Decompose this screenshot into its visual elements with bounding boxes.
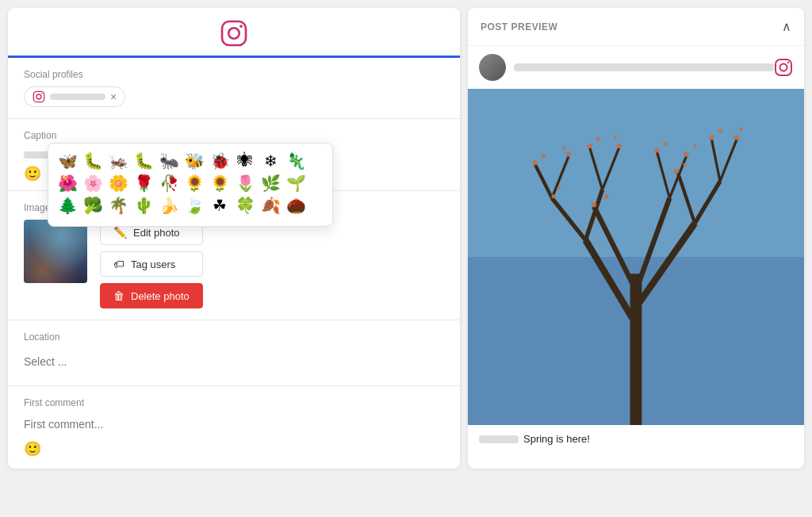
preview-title: POST PREVIEW (481, 21, 557, 33)
ig-small-icon (33, 90, 45, 103)
emoji-spider[interactable]: 🕷 (234, 151, 256, 170)
photo-actions: ✏️ Edit photo 🏷 Tag users 🗑 Delete photo (100, 220, 203, 308)
emoji-cherry-blossom[interactable]: 🌸 (82, 174, 104, 193)
svg-point-30 (566, 152, 571, 157)
svg-point-43 (739, 128, 742, 131)
emoji-tree[interactable]: 🌲 (56, 196, 79, 215)
preview-profile-row (468, 46, 804, 89)
svg-point-36 (654, 147, 659, 152)
emoji-picker-button[interactable]: 🙂 (24, 165, 41, 182)
preview-avatar (479, 54, 506, 81)
svg-point-33 (596, 137, 600, 141)
emoji-broccoli[interactable]: 🥦 (82, 196, 104, 215)
caption-label: Caption (24, 130, 444, 141)
preview-header: POST PREVIEW ∧ (468, 8, 804, 46)
svg-point-39 (693, 144, 696, 147)
svg-point-8 (787, 62, 789, 63)
svg-point-2 (239, 25, 243, 28)
emoji-chestnut[interactable]: 🌰 (285, 196, 307, 215)
emoji-cricket[interactable]: 🦗 (107, 151, 129, 170)
svg-point-38 (684, 152, 688, 157)
trash-icon: 🗑 (113, 289, 124, 302)
delete-photo-label: Delete photo (131, 290, 190, 302)
caption-section: Caption 🙂 🦋 🐛 🦗 🐛 🐜 🐝 🐞 🕷 ❄ 🦎 (8, 119, 460, 191)
first-comment-label: First comment (24, 397, 444, 408)
emoji-banana[interactable]: 🍌 (158, 196, 180, 215)
preview-image (468, 89, 804, 425)
emoji-wilted[interactable]: 🥀 (158, 174, 180, 193)
emoji-four-leaf[interactable]: 🍀 (234, 196, 256, 215)
emoji-snowflake[interactable]: ❄ (259, 151, 282, 170)
pencil-icon: ✏️ (113, 226, 127, 239)
remove-profile-button[interactable]: × (110, 90, 117, 103)
svg-point-29 (542, 154, 546, 158)
emoji-bug[interactable]: 🐛 (132, 151, 155, 170)
preview-caption-username (479, 435, 519, 443)
svg-point-7 (780, 64, 787, 71)
delete-photo-button[interactable]: 🗑 Delete photo (100, 283, 203, 308)
photo-thumbnail (24, 220, 87, 283)
svg-point-5 (41, 93, 43, 94)
profile-name-blurred (50, 94, 105, 100)
svg-point-49 (557, 186, 560, 190)
emoji-rose[interactable]: 🌹 (132, 174, 155, 193)
svg-point-31 (563, 146, 566, 149)
emoji-fallen-leaf[interactable]: 🍂 (259, 196, 282, 215)
image-area: ✏️ Edit photo 🏷 Tag users 🗑 Delete photo (24, 220, 444, 308)
svg-point-34 (617, 144, 622, 148)
edit-photo-label: Edit photo (133, 227, 180, 239)
svg-point-48 (551, 194, 555, 198)
emoji-row-3: 🌲 🥦 🌴 🌵 🍌 🍃 ☘ 🍀 🍂 🌰 (56, 196, 324, 215)
emoji-cactus[interactable]: 🌵 (132, 196, 155, 215)
emoji-sunflower2[interactable]: 🌻 (209, 174, 231, 193)
svg-point-40 (709, 135, 714, 140)
location-input[interactable] (24, 349, 444, 374)
emoji-seedling[interactable]: 🌱 (285, 174, 307, 193)
emoji-caterpillar[interactable]: 🐛 (82, 151, 104, 170)
emoji-lizard[interactable]: 🦎 (285, 151, 307, 170)
svg-point-37 (663, 141, 667, 145)
emoji-butterfly[interactable]: 🦋 (56, 151, 79, 170)
left-header (8, 8, 460, 58)
emoji-ladybug[interactable]: 🐞 (209, 151, 231, 170)
svg-rect-3 (33, 91, 44, 101)
location-section: Location (8, 320, 460, 386)
tag-users-button[interactable]: 🏷 Tag users (100, 251, 203, 277)
right-panel: POST PREVIEW ∧ (468, 8, 804, 469)
emoji-shamrock[interactable]: ☘ (209, 196, 231, 215)
svg-point-1 (228, 28, 239, 39)
emoji-picker: 🦋 🐛 🦗 🐛 🐜 🐝 🐞 🕷 ❄ 🦎 🌺 🌸 🌼 🌹 � (48, 143, 333, 227)
social-profiles-label: Social profiles (24, 69, 444, 80)
tag-users-label: Tag users (131, 258, 175, 270)
comment-emoji-button[interactable]: 🙂 (24, 440, 41, 458)
emoji-sunflower[interactable]: 🌻 (183, 174, 205, 193)
preview-caption-text: Spring is here! (523, 433, 590, 445)
svg-point-47 (683, 163, 686, 166)
emoji-palm[interactable]: 🌴 (107, 196, 129, 215)
preview-username-blurred (514, 63, 774, 71)
svg-point-35 (613, 136, 616, 139)
emoji-tulip[interactable]: 🌷 (234, 174, 256, 193)
svg-point-46 (674, 169, 679, 174)
first-comment-section: First comment 🙂 (8, 386, 460, 469)
svg-point-32 (588, 144, 592, 148)
first-comment-input[interactable] (24, 415, 444, 440)
profile-tag[interactable]: × (24, 86, 125, 107)
emoji-ant[interactable]: 🐜 (158, 151, 180, 170)
svg-point-45 (604, 194, 608, 198)
svg-point-28 (533, 160, 538, 165)
svg-point-41 (718, 128, 722, 132)
photo-thumb-inner (24, 220, 87, 283)
emoji-leaves[interactable]: 🍃 (183, 196, 205, 215)
tree-illustration (468, 89, 804, 425)
emoji-blossom[interactable]: 🌼 (107, 174, 129, 193)
emoji-row-1: 🦋 🐛 🦗 🐛 🐜 🐝 🐞 🕷 ❄ 🦎 (56, 151, 324, 170)
left-panel: Social profiles × Caption 🙂 🦋 (8, 8, 460, 469)
emoji-row-2: 🌺 🌸 🌼 🌹 🥀 🌻 🌻 🌷 🌿 🌱 (56, 174, 324, 193)
emoji-bee[interactable]: 🐝 (183, 151, 205, 170)
emoji-hibiscus[interactable]: 🌺 (56, 174, 79, 193)
preview-caption-row: Spring is here! (468, 425, 804, 453)
svg-point-42 (734, 135, 739, 140)
emoji-herb[interactable]: 🌿 (259, 174, 282, 193)
collapse-preview-button[interactable]: ∧ (782, 19, 791, 34)
